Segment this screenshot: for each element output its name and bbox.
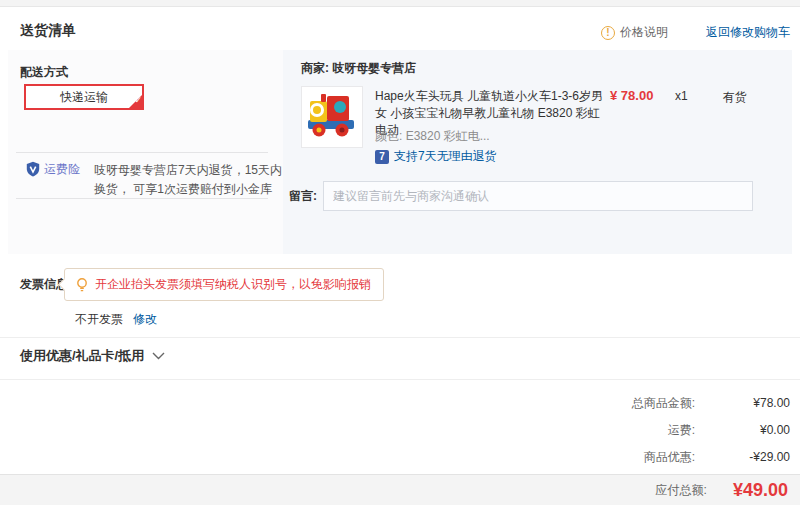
invoice-tip-bubble: 开企业抬头发票须填写纳税人识别号，以免影响报销	[64, 268, 384, 301]
top-remnant-strip	[0, 0, 800, 7]
summary-row-discount: 商品优惠: -¥29.00	[470, 444, 790, 471]
price-note-link[interactable]: ! 价格说明	[601, 24, 668, 41]
merchant-name: 商家: 吱呀母婴专营店	[301, 60, 416, 77]
seven-day-return-icon: 7	[375, 150, 389, 164]
invoice-tip-text: 开企业抬头发票须填写纳税人识别号，以免影响报销	[95, 276, 371, 293]
express-delivery-label: 快递运输	[60, 90, 108, 104]
merchant-column: 商家: 吱呀母婴专营店 Hap	[283, 50, 792, 254]
order-summary: 总商品金额: ¥78.00 运费: ¥0.00 商品优惠: -¥29.00	[470, 390, 790, 471]
invoice-type-value: 不开发票	[75, 311, 123, 328]
lightbulb-icon	[75, 277, 89, 293]
coupon-section-toggle[interactable]: 使用优惠/礼品卡/抵用	[20, 347, 165, 365]
stock-status: 有货	[723, 89, 747, 106]
summary-label: 运费:	[668, 417, 695, 444]
chevron-down-icon	[152, 352, 165, 360]
product-quantity: x1	[675, 89, 688, 103]
page-title: 送货清单	[20, 22, 76, 40]
product-color: 颜色: E3820 彩虹电...	[375, 128, 490, 145]
summary-label: 商品优惠:	[644, 444, 695, 471]
product-image[interactable]	[301, 86, 363, 148]
return-policy-row: 7 支持7天无理由退货	[375, 148, 497, 165]
coupon-section-label: 使用优惠/礼品卡/抵用	[20, 347, 144, 365]
freight-insurance-link[interactable]: 运费险	[44, 161, 80, 178]
product-price: ¥ 78.00	[610, 88, 653, 103]
insurance-desc-line2: 可享1次运费赔付到小金库	[133, 182, 272, 196]
return-policy-text: 支持7天无理由退货	[394, 148, 497, 165]
summary-value: ¥78.00	[695, 390, 790, 417]
divider	[0, 337, 800, 338]
freight-insurance-desc: 吱呀母婴专营店7天内退货，15天内换货， 可享1次运费赔付到小金库	[94, 161, 284, 199]
warning-circle-icon: !	[601, 26, 615, 40]
summary-value: ¥0.00	[695, 417, 790, 444]
summary-value: -¥29.00	[695, 444, 790, 471]
shield-icon	[25, 161, 41, 177]
payable-total-bar: 应付总额: ¥49.00	[0, 474, 800, 505]
invoice-type-row: 不开发票 修改	[75, 311, 157, 328]
freight-insurance-row: 运费险 吱呀母婴专营店7天内退货，15天内换货， 可享1次运费赔付到小金库	[25, 161, 284, 199]
back-to-cart-link[interactable]: 返回修改购物车	[706, 24, 790, 41]
message-row: 留言:	[289, 181, 753, 211]
message-input[interactable]	[323, 181, 753, 211]
divider	[16, 152, 268, 153]
payable-total-value: ¥49.00	[733, 480, 788, 501]
product-row: Hape火车头玩具 儿童轨道小火车1-3-6岁男女 小孩宝宝礼物早教儿童礼物 E…	[301, 86, 786, 176]
delivery-method-label: 配送方式	[20, 64, 68, 81]
delivery-column: 配送方式 快递运输 ✓ 运费险 吱呀母婴专营店7天内退货，15天内换货， 可享1…	[8, 50, 283, 254]
price-note-label: 价格说明	[620, 24, 668, 41]
payable-total-label: 应付总额:	[656, 482, 707, 499]
order-panel: 配送方式 快递运输 ✓ 运费险 吱呀母婴专营店7天内退货，15天内换货， 可享1…	[8, 50, 792, 254]
toy-train-image	[302, 87, 362, 147]
divider	[16, 198, 268, 199]
message-label: 留言:	[289, 188, 317, 205]
selected-check-icon: ✓	[134, 89, 142, 111]
express-delivery-button[interactable]: 快递运输 ✓	[24, 84, 144, 110]
divider	[0, 379, 800, 380]
header-links: ! 价格说明 返回修改购物车	[601, 24, 790, 41]
summary-row-shipping: 运费: ¥0.00	[470, 417, 790, 444]
summary-label: 总商品金额:	[632, 390, 695, 417]
invoice-modify-link[interactable]: 修改	[133, 311, 157, 328]
summary-row-total-goods: 总商品金额: ¥78.00	[470, 390, 790, 417]
